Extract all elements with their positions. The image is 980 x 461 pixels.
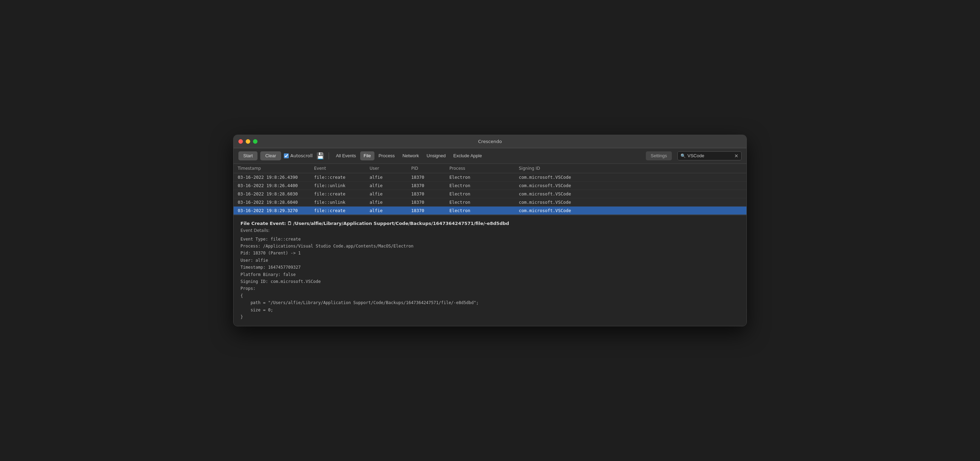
autoscroll-checkbox[interactable] [284, 153, 289, 158]
table-row[interactable]: 03-16-2022 19:8:29.3270file::createalfie… [234, 207, 746, 215]
detail-panel: File Create Event: 🗒 /Users/alfie/Librar… [234, 215, 746, 326]
col-user: User [369, 166, 411, 171]
autoscroll-label[interactable]: Autoscroll [284, 153, 313, 158]
table-cell: com.microsoft.VSCode [519, 208, 742, 213]
table-cell: 03-16-2022 19:8:26.4390 [238, 175, 314, 180]
detail-content: Event Type: file::create Process: /Appli… [240, 236, 740, 321]
filter-btn-network[interactable]: Network [399, 152, 423, 160]
col-signing-id: Signing ID [519, 166, 742, 171]
table-cell: alfie [369, 175, 411, 180]
table-cell: alfie [369, 191, 411, 196]
table-body: 03-16-2022 19:8:26.4390file::createalfie… [234, 173, 746, 215]
table-row[interactable]: 03-16-2022 19:8:28.6040file::unlinkalfie… [234, 198, 746, 207]
table-cell: file::unlink [314, 199, 369, 205]
table-cell: com.microsoft.VSCode [519, 199, 742, 205]
table-cell: 03-16-2022 19:8:28.6040 [238, 199, 314, 205]
table-cell: com.microsoft.VSCode [519, 175, 742, 180]
table-cell: file::create [314, 191, 369, 196]
col-event: Event [314, 166, 369, 171]
minimize-button[interactable] [246, 139, 250, 144]
table-cell: 18370 [411, 175, 449, 180]
filter-btn-exclude-apple[interactable]: Exclude Apple [450, 152, 485, 160]
table-cell: Electron [449, 208, 519, 213]
table-row[interactable]: 03-16-2022 19:8:28.6030file::createalfie… [234, 190, 746, 198]
save-icon[interactable]: 💾 [315, 151, 325, 161]
table-cell: alfie [369, 199, 411, 205]
search-input[interactable] [687, 153, 733, 158]
traffic-lights [239, 139, 258, 144]
filter-btn-file[interactable]: File [360, 152, 374, 160]
filter-btn-process[interactable]: Process [375, 152, 398, 160]
table-cell: 18370 [411, 191, 449, 196]
search-icon: 🔍 [681, 153, 686, 158]
filter-btn-all-events[interactable]: All Events [332, 152, 360, 160]
filter-group: All EventsFileProcessNetworkUnsignedExcl… [332, 152, 485, 160]
search-box: 🔍 ✕ [678, 152, 741, 160]
col-timestamp: Timestamp [238, 166, 314, 171]
window-title: Crescendo [478, 139, 502, 144]
start-button[interactable]: Start [239, 152, 258, 160]
table-cell: 03-16-2022 19:8:28.6030 [238, 191, 314, 196]
toolbar: Start Clear Autoscroll 💾 All EventsFileP… [234, 148, 746, 164]
close-button[interactable] [239, 139, 243, 144]
col-pid: PID [411, 166, 449, 171]
table-cell: alfie [369, 208, 411, 213]
table-row[interactable]: 03-16-2022 19:8:26.4400file::unlinkalfie… [234, 182, 746, 190]
table-cell: 03-16-2022 19:8:26.4400 [238, 183, 314, 188]
app-window: Crescendo Start Clear Autoscroll 💾 All E… [233, 135, 747, 327]
table-cell: file::create [314, 175, 369, 180]
table-cell: 18370 [411, 208, 449, 213]
separator [329, 152, 329, 160]
table-cell: com.microsoft.VSCode [519, 191, 742, 196]
table-cell: Electron [449, 175, 519, 180]
col-process: Process [449, 166, 519, 171]
table-cell: file::create [314, 208, 369, 213]
detail-subtitle: Event Details: [240, 228, 740, 233]
table-cell: alfie [369, 183, 411, 188]
filter-btn-unsigned[interactable]: Unsigned [423, 152, 449, 160]
table-cell: file::unlink [314, 183, 369, 188]
table-cell: Electron [449, 199, 519, 205]
settings-button[interactable]: Settings [646, 152, 672, 160]
table-cell: com.microsoft.VSCode [519, 183, 742, 188]
clear-button[interactable]: Clear [260, 152, 281, 160]
maximize-button[interactable] [253, 139, 258, 144]
clear-search-button[interactable]: ✕ [734, 153, 738, 159]
table-header: Timestamp Event User PID Process Signing… [234, 164, 746, 173]
table-cell: 18370 [411, 199, 449, 205]
detail-title: File Create Event: 🗒 /Users/alfie/Librar… [240, 221, 740, 226]
title-bar: Crescendo [234, 135, 746, 148]
event-table: Timestamp Event User PID Process Signing… [234, 164, 746, 215]
table-cell: Electron [449, 183, 519, 188]
table-cell: 03-16-2022 19:8:29.3270 [238, 208, 314, 213]
table-cell: Electron [449, 191, 519, 196]
table-row[interactable]: 03-16-2022 19:8:26.4390file::createalfie… [234, 173, 746, 182]
table-cell: 18370 [411, 183, 449, 188]
